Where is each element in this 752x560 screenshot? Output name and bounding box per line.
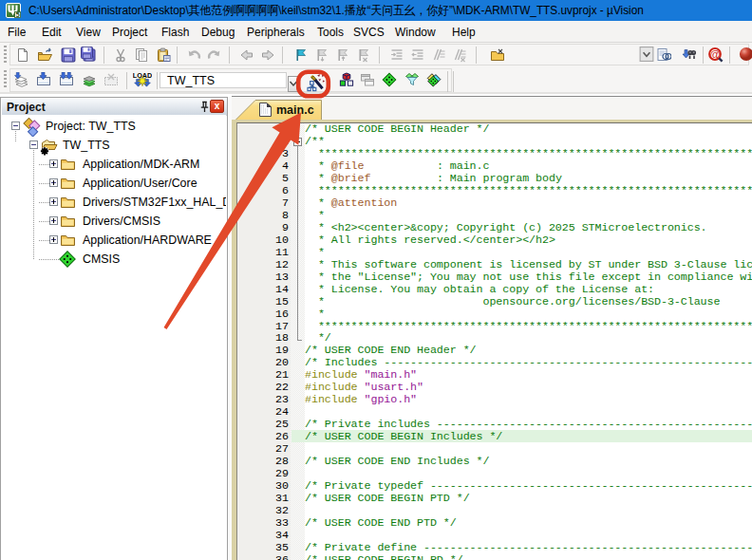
svg-text:@: @ [709, 48, 720, 60]
svg-text:main.c: main.c [276, 103, 314, 117]
svg-text:5: 5 [16, 10, 20, 18]
